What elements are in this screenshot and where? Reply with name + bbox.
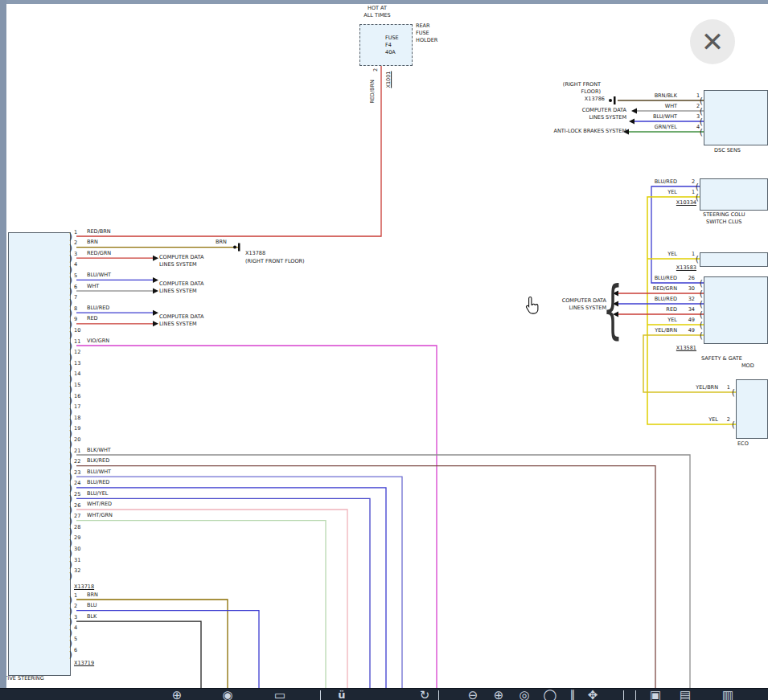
pin-arc: ) [69,264,72,273]
pin-arc: ( [700,279,703,288]
pin-arc: ( [700,331,703,340]
pin-arc: ) [69,549,72,558]
wire-label-vertical: RED/BRN [370,80,376,104]
wire-label: BRN [87,239,98,246]
pin-number: 21 [74,448,80,455]
pin-number: 31 [74,558,80,564]
wire-label: BRN/BLK [655,93,677,100]
wire-label: GRN/YEL [655,125,677,131]
x13583-connector-box [700,252,768,267]
pin-arc: ( [696,182,699,191]
hot-at-label: HOT AT [368,6,387,12]
pin-number: 49 [688,328,695,334]
connector-id: X13583 [676,265,696,272]
pin-arc: ) [69,571,72,579]
pin-number: 5 [74,273,77,280]
wire-label: BRN [87,592,98,599]
system-label: LINES SYSTEM [159,321,197,328]
pin-number: 16 [74,394,80,400]
fuse-holder-label: FUSE [416,31,429,37]
location-label: (RIGHT FRONT FLOOR) [245,259,305,265]
circle-tool-icon[interactable]: ◯ [544,690,557,700]
pin-arc: ) [69,342,72,350]
pin-number: 7 [74,295,77,301]
close-icon: ✕ [701,26,725,58]
pin-number: 1 [692,190,695,196]
diagram-canvas: HOT ATALL TIMESFUSEF440AREARFUSEHOLDERRE… [0,0,768,700]
pin-arc: ) [69,560,72,569]
location-label: FLOOR) [581,89,601,96]
pin-arc: ) [69,461,72,470]
wire-brn-b [76,600,228,688]
wire-label: YEL [667,190,677,196]
save-icon[interactable]: ▥ [722,690,733,700]
pin-arc: ) [69,297,72,306]
wire-vio-grn [76,346,437,688]
wire-label: BLU/RED [655,297,677,303]
user-icon[interactable]: ◉ [222,690,232,700]
pin-arc: ) [69,596,72,604]
system-label: LINES SYSTEM [159,262,197,268]
cursor-hand-icon [524,296,541,317]
wire-label: BLU/YEL [87,491,108,497]
system-label: LINES SYSTEM [589,115,626,121]
pin-arc: ) [69,440,72,448]
refresh-icon[interactable]: ↻ [420,690,430,700]
grid-icon[interactable]: ▤ [680,690,691,700]
system-label: COMPUTER DATA [159,314,203,321]
pin-arc: ) [69,418,72,427]
pin-arc: ( [700,289,703,298]
x13788-connector-symbol [238,244,240,252]
pin-arc: ) [69,527,72,536]
pin-number: 2 [74,604,77,610]
pan-icon[interactable]: ✥ [588,690,598,700]
text-ue-label[interactable]: ü [338,690,345,700]
pin-arc: ) [69,243,72,252]
pin-arc: ) [69,385,72,394]
pin-arc: ) [69,374,72,383]
pin-arc: ) [69,650,72,659]
print-icon[interactable]: ▭ [274,690,285,700]
wire-label: WHT [665,104,677,110]
window-icon[interactable]: ▣ [650,690,661,700]
bottom-toolbar: ⊕◉▭ü↻⊖⊕◎◯∥✥▣▤▥ [0,688,768,700]
zoom-tool-icon[interactable]: ⊕ [172,690,183,700]
pin-arc: ) [69,483,72,492]
pin-number: 17 [74,404,80,411]
pin-number: 18 [74,415,80,422]
wire-label: BLU/WHT [87,469,111,476]
pin-arc: ( [700,310,703,319]
pin-number: 34 [688,307,695,313]
pin-number: 2 [74,240,77,247]
wire-arrow [153,310,158,316]
pin-number: 3 [74,615,77,621]
connector-id: X13718 [74,584,94,591]
wire-arrow [153,321,158,326]
wire-arrow [631,108,637,114]
pin-number: 3 [74,252,77,258]
pin-number: 4 [74,262,77,268]
pause-icon[interactable]: ∥ [569,690,576,700]
wire-label: RED [87,316,98,322]
fuse-holder-label: REAR [416,23,430,30]
pin-number: 12 [74,350,80,356]
zoom-in-icon[interactable]: ⊕ [494,690,504,700]
fuse-id: F4 [385,43,392,49]
close-button[interactable]: ✕ [690,19,735,64]
fit-screen-icon[interactable]: ◎ [519,690,529,700]
system-label: COMPUTER DATA [159,255,203,261]
zoom-out-icon[interactable]: ⊖ [468,690,478,700]
eco-box [736,379,768,439]
wire-label: BLU [87,603,97,609]
pin-number: 9 [74,317,77,323]
pin-arc: ( [700,107,703,116]
pin-arc: ) [69,319,72,328]
pin-arc: ) [69,639,72,648]
pin-arc: ( [732,420,735,429]
system-label: ANTI-LOCK BRAKES SYSTEM [553,129,626,135]
pin-number: 14 [74,371,80,378]
wire-wht-red [76,510,347,688]
pin-arc: ( [696,193,699,202]
wire-blu-b [76,611,259,688]
pin-number: 49 [688,317,695,324]
